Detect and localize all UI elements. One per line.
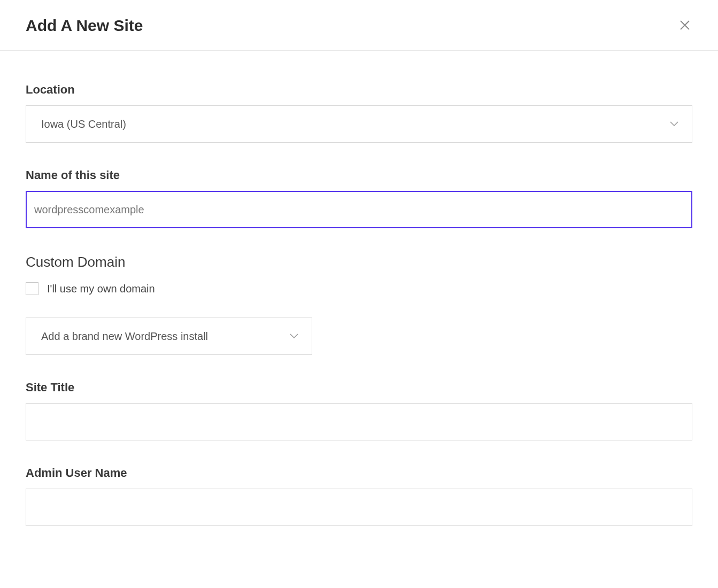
admin-username-input[interactable] — [26, 489, 692, 526]
location-select[interactable]: Iowa (US Central) — [26, 105, 692, 143]
install-type-select[interactable]: Add a brand new WordPress install — [26, 318, 312, 355]
site-title-label: Site Title — [26, 381, 692, 394]
location-label: Location — [26, 83, 692, 97]
admin-username-label: Admin User Name — [26, 466, 692, 480]
site-name-input[interactable] — [26, 191, 692, 228]
install-type-value: Add a brand new WordPress install — [41, 330, 208, 343]
site-name-label: Name of this site — [26, 168, 692, 182]
own-domain-checkbox-label: I'll use my own domain — [47, 283, 155, 295]
location-value: Iowa (US Central) — [41, 118, 126, 130]
custom-domain-label: Custom Domain — [26, 254, 692, 270]
site-title-input[interactable] — [26, 403, 692, 440]
close-button[interactable] — [677, 16, 692, 35]
close-icon — [680, 17, 690, 34]
own-domain-checkbox[interactable] — [26, 282, 38, 295]
modal-title: Add A New Site — [26, 17, 143, 35]
